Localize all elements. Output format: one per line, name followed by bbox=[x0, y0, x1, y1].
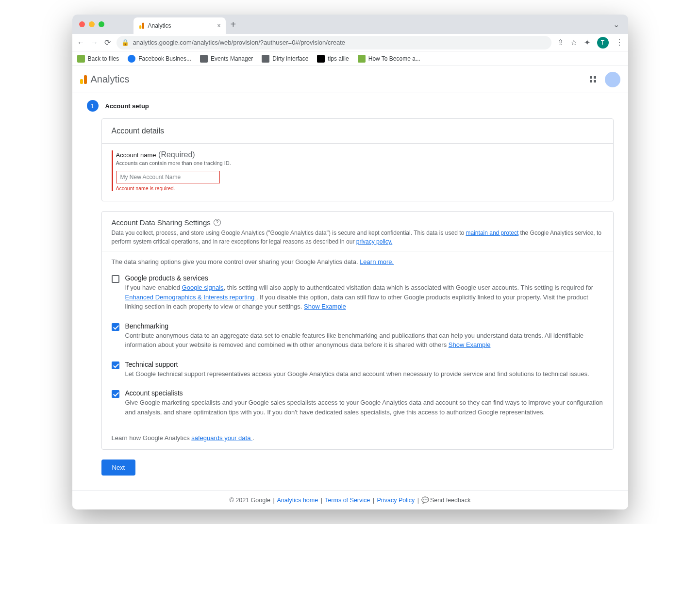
demographics-link[interactable]: Enhanced Demographics & Interests report… bbox=[125, 294, 256, 301]
browser-tab[interactable]: Analytics × bbox=[133, 17, 226, 34]
lock-icon: 🔒 bbox=[121, 39, 129, 46]
option-description: Contribute anonymous data to an aggregat… bbox=[125, 331, 603, 350]
field-label: Account name bbox=[116, 151, 156, 159]
sharing-option: Benchmarking Contribute anonymous data t… bbox=[112, 322, 603, 350]
sharing-intro: The data sharing options give you more c… bbox=[112, 258, 603, 265]
account-name-input[interactable] bbox=[116, 171, 220, 183]
checkbox-google-products[interactable] bbox=[112, 275, 119, 283]
analytics-logo-icon bbox=[80, 75, 87, 84]
sharing-option: Google products & services If you have e… bbox=[112, 274, 603, 312]
checkbox-account-specialists[interactable] bbox=[112, 390, 119, 398]
show-example-link[interactable]: Show Example bbox=[304, 303, 346, 310]
tabs-chevron-icon[interactable]: ⌄ bbox=[613, 20, 619, 29]
close-tab-icon[interactable]: × bbox=[217, 22, 220, 29]
feedback-icon: 💬 bbox=[422, 496, 429, 503]
option-description: Give Google marketing specialists and yo… bbox=[125, 398, 603, 417]
checkbox-benchmarking[interactable] bbox=[112, 323, 119, 331]
page-footer: © 2021 Google | Analytics home | Terms o… bbox=[72, 490, 628, 509]
window-titlebar: Analytics × + ⌄ bbox=[72, 15, 628, 34]
field-help: Accounts can contain more than one track… bbox=[116, 160, 603, 166]
maximize-window-button[interactable] bbox=[99, 21, 104, 27]
app-header: Analytics bbox=[72, 66, 628, 93]
help-icon[interactable]: ? bbox=[214, 219, 221, 226]
minimize-window-button[interactable] bbox=[89, 21, 95, 27]
send-feedback-link[interactable]: Send feedback bbox=[430, 497, 470, 504]
apps-grid-icon[interactable] bbox=[590, 76, 596, 82]
step-title: Account setup bbox=[105, 102, 149, 110]
bookmarks-bar: Back to files Facebook Busines... Events… bbox=[72, 51, 628, 66]
share-icon[interactable]: ⇪ bbox=[557, 38, 564, 47]
checkbox-technical-support[interactable] bbox=[112, 361, 119, 369]
account-name-field: Account name (Required) Accounts can con… bbox=[112, 150, 603, 191]
copyright: © 2021 Google bbox=[230, 497, 270, 504]
star-icon[interactable]: ☆ bbox=[570, 38, 577, 47]
new-tab-button[interactable]: + bbox=[231, 19, 236, 30]
bookmark-item[interactable]: Dirty interface bbox=[262, 55, 308, 63]
next-button[interactable]: Next bbox=[101, 460, 136, 476]
privacy-policy-link[interactable]: privacy policy. bbox=[356, 238, 392, 245]
step-header: 1 Account setup bbox=[87, 93, 614, 118]
show-example-link[interactable]: Show Example bbox=[449, 341, 491, 348]
google-signals-link[interactable]: Google signals bbox=[182, 284, 224, 291]
analytics-home-link[interactable]: Analytics home bbox=[277, 497, 318, 504]
menu-icon[interactable]: ⋮ bbox=[616, 38, 623, 47]
tab-title: Analytics bbox=[148, 22, 171, 29]
app-name: Analytics bbox=[91, 74, 130, 85]
section-description: Data you collect, process, and store usi… bbox=[112, 229, 603, 246]
option-title: Google products & services bbox=[125, 274, 603, 282]
browser-toolbar: ← → ⟳ 🔒 analytics.google.com/analytics/w… bbox=[72, 34, 628, 51]
maintain-protect-link[interactable]: maintain and protect bbox=[466, 230, 519, 236]
account-avatar[interactable] bbox=[605, 72, 620, 87]
safeguard-text: Learn how Google Analytics safeguards yo… bbox=[102, 434, 613, 449]
learn-more-link[interactable]: Learn more. bbox=[360, 258, 394, 265]
bookmark-item[interactable]: How To Become a... bbox=[358, 55, 420, 63]
privacy-link[interactable]: Privacy Policy bbox=[377, 497, 415, 504]
sharing-option: Account specialists Give Google marketin… bbox=[112, 389, 603, 417]
bookmark-item[interactable]: tips allie bbox=[317, 55, 349, 63]
card-title: Account details bbox=[102, 119, 613, 143]
bookmark-item[interactable]: Facebook Busines... bbox=[128, 55, 191, 63]
terms-link[interactable]: Terms of Service bbox=[325, 497, 370, 504]
required-indicator: (Required) bbox=[158, 150, 195, 159]
extensions-icon[interactable]: ✦ bbox=[584, 38, 590, 47]
bookmark-item[interactable]: Back to files bbox=[77, 55, 119, 63]
url-text: analytics.google.com/analytics/web/provi… bbox=[133, 39, 346, 46]
option-title: Technical support bbox=[125, 361, 603, 368]
address-bar[interactable]: 🔒 analytics.google.com/analytics/web/pro… bbox=[117, 36, 551, 49]
forward-button: → bbox=[91, 38, 99, 47]
field-error: Account name is required. bbox=[116, 185, 603, 191]
reload-button[interactable]: ⟳ bbox=[104, 38, 111, 47]
data-sharing-card: Account Data Sharing Settings ? Data you… bbox=[101, 211, 614, 450]
sharing-option: Technical support Let Google technical s… bbox=[112, 361, 603, 379]
profile-avatar[interactable]: T bbox=[597, 37, 609, 49]
step-number-badge: 1 bbox=[87, 100, 99, 112]
section-title: Account Data Sharing Settings bbox=[112, 218, 211, 227]
option-description: Let Google technical support representat… bbox=[125, 369, 603, 379]
option-title: Benchmarking bbox=[125, 322, 603, 330]
option-title: Account specialists bbox=[125, 389, 603, 397]
back-button[interactable]: ← bbox=[77, 38, 85, 47]
account-details-card: Account details Account name (Required) … bbox=[101, 118, 614, 201]
option-description: If you have enabled Google signals, this… bbox=[125, 283, 603, 312]
close-window-button[interactable] bbox=[79, 21, 85, 27]
safeguards-link[interactable]: safeguards your data bbox=[191, 434, 252, 442]
bookmark-item[interactable]: Events Manager bbox=[200, 55, 253, 63]
